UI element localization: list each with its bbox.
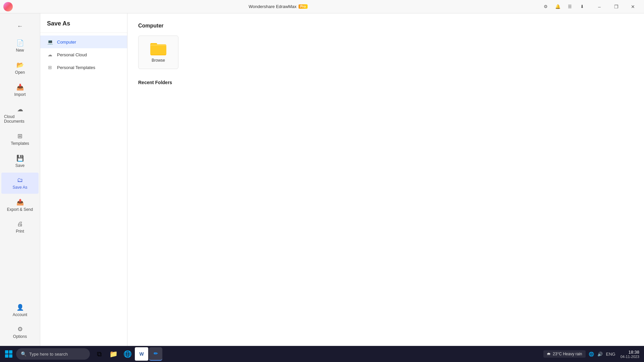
- titlebar-controls: ⚙ 🔔 ☰ ⬇ – ❐ ✕: [541, 1, 641, 12]
- taskbar-app-edrawmax[interactable]: ✏: [149, 347, 162, 361]
- sidebar-item-export-label: Export & Send: [7, 207, 33, 212]
- sidebar-item-templates-label: Templates: [11, 141, 29, 146]
- taskbar: 🔍 Type here to search ⧉ 📁 🌐 W ✏ 🌧 23°C H…: [0, 346, 644, 362]
- new-icon: 📄: [16, 39, 24, 47]
- recent-folders-title: Recent Folders: [138, 80, 633, 85]
- personal-cloud-icon: ☁: [47, 52, 53, 58]
- browse-card[interactable]: Browse: [138, 36, 178, 69]
- sidebar-item-save-label: Save: [15, 163, 24, 168]
- cloud-icon: ☁: [17, 106, 23, 113]
- save-as-computer-option[interactable]: 💻 Computer: [40, 36, 127, 48]
- taskbar-right: 🌧 23°C Heavy rain 🌐 🔊 ENG 18:38 04-11-20…: [543, 349, 641, 359]
- save-as-icon: 🗂: [17, 177, 23, 184]
- main-content: Computer Browse Recent Folders: [127, 13, 644, 346]
- save-as-title: Save As: [40, 13, 127, 33]
- save-as-personal-templates-option[interactable]: ⊞ Personal Templates: [40, 61, 127, 74]
- close-button[interactable]: ✕: [625, 1, 641, 12]
- save-as-panel: Save As 💻 Computer ☁ Personal Cloud ⊞ Pe…: [40, 13, 127, 346]
- print-icon: 🖨: [17, 221, 23, 228]
- sidebar-item-options[interactable]: ⚙ Options: [1, 321, 39, 343]
- taskbar-search-box[interactable]: 🔍 Type here to search: [16, 348, 90, 360]
- taskbar-app-task-view[interactable]: ⧉: [93, 347, 106, 361]
- sidebar-item-import[interactable]: 📥 Import: [1, 79, 39, 101]
- avatar: [3, 2, 13, 11]
- sidebar-item-save[interactable]: 💾 Save: [1, 150, 39, 172]
- main-area: ← 📄 New 📂 Open 📥 Import ☁ Cloud Document…: [0, 13, 644, 346]
- folder-icon: [150, 42, 166, 55]
- start-button[interactable]: [3, 348, 15, 360]
- pro-badge: Pro: [299, 4, 308, 9]
- network-icon[interactable]: 🌐: [588, 351, 595, 357]
- app-title-area: Wondershare EdrawMax Pro: [249, 4, 308, 9]
- taskbar-apps: ⧉ 📁 🌐 W ✏: [93, 347, 162, 361]
- menu-icon-btn[interactable]: ☰: [565, 2, 575, 11]
- windows-logo: [5, 350, 12, 358]
- save-as-options: 💻 Computer ☁ Personal Cloud ⊞ Personal T…: [40, 33, 127, 76]
- sidebar-item-open[interactable]: 📂 Open: [1, 57, 39, 79]
- account-icon: 👤: [16, 304, 24, 311]
- sidebar-item-templates[interactable]: ⊞ Templates: [1, 128, 39, 150]
- app-title: Wondershare EdrawMax: [249, 4, 297, 9]
- sidebar-item-account[interactable]: 👤 Account: [1, 300, 39, 321]
- browse-label: Browse: [152, 58, 165, 63]
- sidebar-item-new-label: New: [16, 48, 24, 53]
- clock-time: 18:38: [621, 350, 639, 355]
- save-as-personal-templates-label: Personal Templates: [57, 65, 95, 70]
- settings-icon-btn[interactable]: ⚙: [541, 2, 551, 11]
- sidebar-item-import-label: Import: [14, 92, 25, 97]
- weather-info: 23°C Heavy rain: [553, 352, 582, 356]
- save-as-computer-label: Computer: [57, 40, 76, 45]
- weather-widget[interactable]: 🌧 23°C Heavy rain: [543, 350, 586, 358]
- lang-label[interactable]: ENG: [605, 351, 616, 357]
- save-as-personal-cloud-label: Personal Cloud: [57, 52, 87, 57]
- sidebar-item-print-label: Print: [16, 229, 24, 234]
- open-icon: 📂: [16, 61, 24, 69]
- sidebar-item-save-as-label: Save As: [12, 185, 27, 190]
- export-icon: 📤: [16, 198, 24, 206]
- save-as-personal-cloud-option[interactable]: ☁ Personal Cloud: [40, 48, 127, 61]
- computer-icon: 💻: [47, 39, 53, 45]
- sidebar-item-new[interactable]: 📄 New: [1, 35, 39, 57]
- svg-rect-3: [150, 46, 166, 55]
- taskbar-app-chrome[interactable]: 🌐: [121, 347, 134, 361]
- sidebar-item-print[interactable]: 🖨 Print: [1, 217, 39, 238]
- taskbar-app-word[interactable]: W: [135, 347, 148, 361]
- sidebar-item-open-label: Open: [15, 70, 25, 75]
- sidebar-item-save-as[interactable]: 🗂 Save As: [1, 173, 39, 194]
- browse-grid: Browse: [138, 36, 633, 69]
- weather-icon: 🌧: [547, 352, 551, 356]
- toolbar-icons: ⚙ 🔔 ☰ ⬇: [541, 2, 587, 11]
- sys-tray-icons: 🌐 🔊 ENG: [588, 351, 616, 357]
- volume-icon[interactable]: 🔊: [596, 351, 604, 357]
- options-icon: ⚙: [17, 325, 23, 333]
- templates-icon: ⊞: [17, 132, 22, 140]
- titlebar: Wondershare EdrawMax Pro ⚙ 🔔 ☰ ⬇ – ❐ ✕: [0, 0, 644, 13]
- sidebar-item-cloud-documents[interactable]: ☁ Cloud Documents: [1, 102, 39, 128]
- taskbar-app-file-explorer[interactable]: 📁: [107, 347, 120, 361]
- sidebar-left: ← 📄 New 📂 Open 📥 Import ☁ Cloud Document…: [0, 13, 40, 346]
- sidebar-bottom: 👤 Account ⚙ Options: [0, 299, 40, 346]
- personal-templates-icon: ⊞: [47, 64, 53, 70]
- taskbar-search-icon: 🔍: [21, 351, 26, 357]
- sidebar-item-cloud-label: Cloud Documents: [4, 114, 36, 124]
- taskbar-search-placeholder: Type here to search: [29, 352, 68, 357]
- notifications-icon-btn[interactable]: 🔔: [553, 2, 563, 11]
- save-icon: 💾: [16, 155, 24, 162]
- sidebar-item-export-send[interactable]: 📤 Export & Send: [1, 194, 39, 216]
- clock-date: 04-11-2023: [621, 355, 639, 359]
- section-title: Computer: [138, 23, 633, 29]
- back-button[interactable]: ←: [13, 19, 28, 34]
- minimize-button[interactable]: –: [592, 1, 607, 12]
- import-icon: 📥: [16, 83, 24, 91]
- restore-button[interactable]: ❐: [608, 1, 624, 12]
- sidebar-item-account-label: Account: [13, 312, 27, 317]
- download-icon-btn[interactable]: ⬇: [577, 2, 587, 11]
- clock-widget[interactable]: 18:38 04-11-2023: [619, 349, 641, 359]
- sidebar-item-options-label: Options: [13, 334, 27, 339]
